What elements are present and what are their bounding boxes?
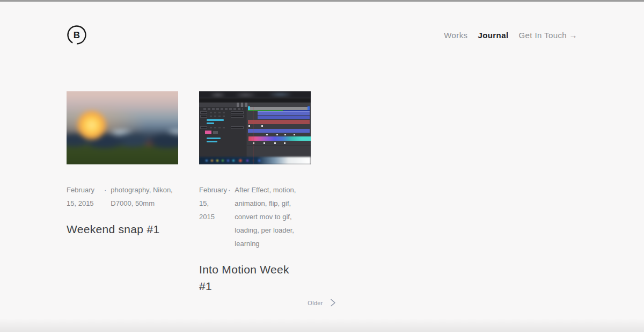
- ae-property-row: [200, 115, 244, 118]
- macos-dock: [199, 157, 311, 164]
- journal-entries-grid: February 15, 2015 · photography, Nikon, …: [67, 91, 577, 294]
- ae-color-swatch: [205, 131, 211, 134]
- entry-title-link[interactable]: Weekend snap #1: [67, 221, 172, 237]
- ae-reset-button: [231, 126, 244, 129]
- ae-value-text: [207, 119, 224, 121]
- journal-page: B Works Journal Get In Touch →: [0, 0, 644, 332]
- ae-property-row: [200, 126, 244, 129]
- ae-reset-button: [200, 111, 207, 114]
- b-circle-logo-icon: B: [67, 25, 87, 45]
- b-circle-logo[interactable]: B: [67, 25, 87, 45]
- ae-layer-bar-red: [248, 120, 310, 124]
- ae-layer-panel: [199, 107, 246, 157]
- entry-title-link[interactable]: Into Motion Week #1: [199, 261, 304, 294]
- ae-layer-bar-blue: [248, 129, 310, 133]
- ae-property-cells: [210, 127, 226, 128]
- ae-property-cells: [210, 112, 226, 113]
- entry-meta: February 15, 2015 · photography, Nikon, …: [67, 183, 178, 210]
- meta-separator: ·: [228, 183, 230, 197]
- ae-keyframe: [266, 134, 268, 135]
- older-link[interactable]: Older: [308, 300, 323, 306]
- ae-reset-button: [231, 115, 244, 118]
- entry-date: February 15, 2015: [67, 183, 100, 210]
- entry-tags: photography, Nikon, D7000, 50mm: [111, 183, 178, 210]
- entry-tags: After Effect, motion, animation, flip, g…: [235, 183, 311, 250]
- entry-meta: February 15, 2015 · After Effect, motion…: [199, 183, 311, 250]
- journal-entry: February 15, 2015 · photography, Nikon, …: [67, 91, 178, 294]
- ae-keyframe: [294, 134, 295, 135]
- ae-reset-button: [231, 111, 244, 114]
- content-container: B Works Journal Get In Touch →: [67, 0, 577, 294]
- ae-value-text: [207, 138, 221, 139]
- ae-toolbar: [199, 103, 311, 107]
- journal-entry: February 15, 2015 · After Effect, motion…: [199, 91, 311, 294]
- ae-value-text: [207, 122, 214, 124]
- nav-item-get-in-touch[interactable]: Get In Touch →: [518, 31, 577, 40]
- bottom-shadow: [0, 318, 644, 332]
- ae-gradient-layer-bar: [248, 136, 311, 141]
- ae-property-row: [200, 111, 244, 114]
- ae-keyframe: [264, 142, 265, 144]
- ae-keyframe: [248, 125, 250, 127]
- chevron-right-icon[interactable]: [330, 299, 336, 307]
- entry-thumbnail-after-effects[interactable]: [199, 91, 311, 164]
- ae-panel-divider: [247, 146, 311, 146]
- ae-layer-bar-blue: [258, 116, 310, 119]
- logo-letter: B: [74, 30, 80, 40]
- ae-keyframe: [276, 134, 278, 135]
- pagination: Older: [0, 299, 644, 307]
- sunset-photo-art: [67, 91, 178, 164]
- ae-value-text: [207, 141, 217, 142]
- ae-property-cells: [210, 116, 226, 117]
- ae-reset-button: [200, 115, 207, 118]
- ae-window-titlebar: [199, 91, 311, 98]
- ae-layer-bar-blue: [258, 111, 310, 115]
- ae-reset-button: [200, 126, 207, 129]
- ae-keyframe: [284, 134, 286, 135]
- ae-panel-header: [203, 108, 243, 110]
- ae-keyframe: [274, 142, 276, 144]
- meta-separator: ·: [104, 183, 106, 197]
- entry-thumbnail-sunset-photo[interactable]: [67, 91, 178, 164]
- ae-keyframe: [284, 142, 286, 144]
- after-effects-screenshot-art: [199, 91, 311, 164]
- dock-app-icons: [202, 157, 272, 164]
- ae-playhead: [253, 107, 253, 164]
- nav-item-journal[interactable]: Journal: [478, 31, 508, 40]
- main-nav: Works Journal Get In Touch →: [444, 31, 577, 40]
- ae-keyframe: [261, 125, 263, 127]
- ae-dark-band: [199, 98, 311, 103]
- nav-item-works[interactable]: Works: [444, 31, 467, 40]
- ae-timeline-panel: [247, 107, 311, 157]
- site-header: B Works Journal Get In Touch →: [67, 0, 577, 45]
- entry-date: February 15, 2015: [199, 183, 224, 223]
- ae-swatch-neighbor: [213, 131, 218, 134]
